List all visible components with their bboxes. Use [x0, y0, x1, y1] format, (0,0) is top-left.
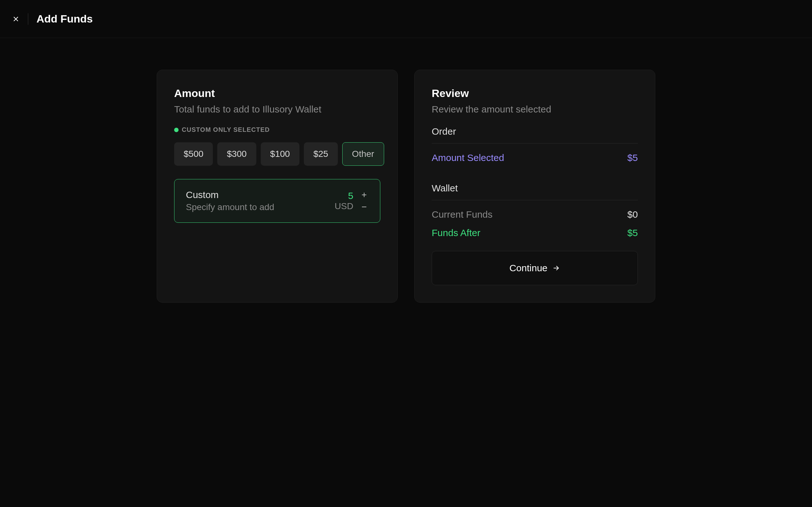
status-text: CUSTOM ONLY SELECTED: [182, 126, 270, 133]
custom-left: Custom Specify amount to add: [186, 189, 274, 212]
preset-100-button[interactable]: $100: [261, 142, 299, 166]
custom-amount-box[interactable]: Custom Specify amount to add 5 USD: [174, 179, 380, 223]
header-divider: [28, 13, 28, 25]
close-icon: [12, 15, 20, 23]
current-funds-row: Current Funds $0: [432, 209, 638, 220]
amount-title: Amount: [174, 87, 380, 100]
preset-other-button[interactable]: Other: [342, 142, 384, 166]
wallet-header: Wallet: [432, 183, 638, 193]
funds-after-value: $5: [627, 228, 638, 238]
custom-sublabel: Specify amount to add: [186, 202, 274, 212]
page-title: Add Funds: [37, 13, 93, 25]
increment-button[interactable]: [360, 190, 368, 199]
header-bar: Add Funds: [0, 0, 812, 38]
wallet-divider: [432, 200, 638, 200]
order-divider: [432, 143, 638, 144]
current-funds-value: $0: [627, 209, 638, 220]
status-dot-icon: [174, 128, 179, 132]
amount-selected-value: $5: [627, 153, 638, 163]
custom-amount-col: 5 USD: [335, 190, 353, 211]
minus-icon: [360, 203, 368, 211]
plus-icon: [360, 191, 368, 199]
review-card: Review Review the amount selected Order …: [414, 70, 655, 302]
preset-25-button[interactable]: $25: [304, 142, 338, 166]
current-funds-label: Current Funds: [432, 209, 493, 220]
preset-500-button[interactable]: $500: [174, 142, 213, 166]
amount-card: Amount Total funds to add to Illusory Wa…: [157, 70, 398, 302]
amount-subtitle: Total funds to add to Illusory Wallet: [174, 104, 380, 115]
stepper-column: [360, 190, 368, 211]
preset-300-button[interactable]: $300: [217, 142, 256, 166]
status-row: CUSTOM ONLY SELECTED: [174, 126, 380, 133]
close-button[interactable]: [9, 13, 22, 25]
order-header: Order: [432, 126, 638, 137]
preset-row: $500 $300 $100 $25 Other: [174, 142, 380, 166]
continue-label: Continue: [509, 263, 548, 274]
custom-right: 5 USD: [335, 190, 368, 211]
custom-currency: USD: [335, 201, 353, 211]
amount-selected-row: Amount Selected $5: [432, 153, 638, 163]
funds-after-label: Funds After: [432, 228, 480, 238]
custom-label: Custom: [186, 189, 274, 200]
arrow-right-icon: [552, 264, 560, 272]
decrement-button[interactable]: [360, 203, 368, 211]
continue-button[interactable]: Continue: [432, 251, 638, 285]
custom-amount-value: 5: [348, 190, 353, 201]
review-title: Review: [432, 87, 638, 100]
main-content: Amount Total funds to add to Illusory Wa…: [0, 38, 812, 302]
funds-after-row: Funds After $5: [432, 228, 638, 238]
review-subtitle: Review the amount selected: [432, 104, 638, 115]
amount-selected-label: Amount Selected: [432, 153, 504, 163]
